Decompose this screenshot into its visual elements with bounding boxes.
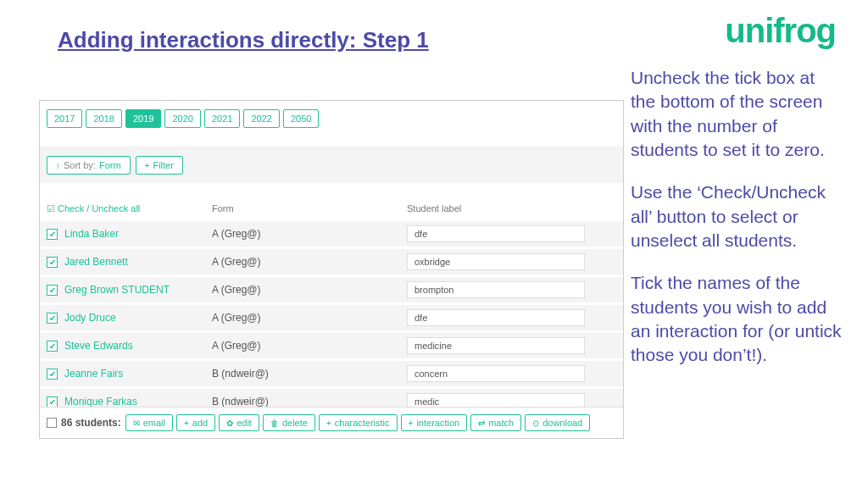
table-row: Jared Bennett A (Greg@) oxbridge xyxy=(40,249,623,274)
characteristic-label: characteristic xyxy=(335,418,390,428)
checkbox-icon[interactable] xyxy=(47,229,58,240)
year-tabs: 2017 2018 2019 2020 2021 2022 2050 xyxy=(40,101,623,147)
checkbox-icon[interactable] xyxy=(47,257,58,268)
toolbar: ↕ Sort by: Form + Filter xyxy=(40,147,623,183)
plus-icon: + xyxy=(145,161,150,170)
student-label-input[interactable]: concern xyxy=(407,365,585,382)
student-form: B (ndweir@) xyxy=(212,396,407,408)
gear-icon: ✿ xyxy=(226,419,233,428)
footer-bar: 86 students: ✉email +add ✿edit 🗑delete +… xyxy=(40,407,623,438)
table-header: Check / Uncheck all Form Student label xyxy=(40,183,623,221)
student-form: A (Greg@) xyxy=(212,228,407,240)
plus-icon: + xyxy=(409,419,414,428)
instruction-2: Use the ‘Check/Uncheck all’ button to se… xyxy=(631,180,843,252)
year-tab-2050[interactable]: 2050 xyxy=(283,109,319,128)
student-name[interactable]: Jeanne Fairs xyxy=(64,368,123,380)
trash-icon: 🗑 xyxy=(270,419,279,428)
add-label: add xyxy=(192,418,208,428)
student-form: A (Greg@) xyxy=(212,284,407,296)
checkbox-icon[interactable] xyxy=(47,313,58,324)
plus-icon: + xyxy=(184,419,189,428)
column-form: Form xyxy=(212,203,407,214)
year-tab-2022[interactable]: 2022 xyxy=(243,109,279,128)
match-label: match xyxy=(488,418,514,428)
email-label: email xyxy=(143,418,165,428)
column-student-label: Student label xyxy=(407,203,616,214)
year-tab-2021[interactable]: 2021 xyxy=(204,109,240,128)
filter-label: Filter xyxy=(153,160,173,170)
student-label-input[interactable]: brompton xyxy=(407,281,585,298)
plus-icon: + xyxy=(326,419,331,428)
count-checkbox[interactable] xyxy=(47,418,57,428)
delete-label: delete xyxy=(282,418,308,428)
sort-button[interactable]: ↕ Sort by: Form xyxy=(47,156,131,175)
year-tab-2020[interactable]: 2020 xyxy=(164,109,200,128)
student-form: B (ndweir@) xyxy=(212,368,407,380)
checkbox-icon[interactable] xyxy=(47,341,58,352)
student-label-input[interactable]: dfe xyxy=(407,225,585,242)
delete-button[interactable]: 🗑delete xyxy=(263,414,315,431)
email-button[interactable]: ✉email xyxy=(125,414,173,431)
download-label: download xyxy=(542,418,582,428)
shuffle-icon: ⇄ xyxy=(478,419,485,428)
sort-label: Sort by: xyxy=(64,160,96,170)
page-title: Adding interactions directly: Step 1 xyxy=(58,27,429,53)
app-screenshot: 2017 2018 2019 2020 2021 2022 2050 ↕ Sor… xyxy=(39,100,624,439)
student-name[interactable]: Linda Baker xyxy=(64,228,119,240)
count-text: 86 students: xyxy=(61,417,121,429)
student-name[interactable]: Steve Edwards xyxy=(64,340,133,352)
instruction-1: Uncheck the tick box at the bottom of th… xyxy=(631,66,843,162)
download-icon: ⊙ xyxy=(532,419,539,428)
table-row: Jeanne Fairs B (ndweir@) concern xyxy=(40,361,623,386)
student-form: A (Greg@) xyxy=(212,340,407,352)
checkbox-icon[interactable] xyxy=(47,369,58,380)
student-form: A (Greg@) xyxy=(212,256,407,268)
check-uncheck-all[interactable]: Check / Uncheck all xyxy=(47,203,140,214)
sort-icon: ↕ xyxy=(56,161,60,170)
email-icon: ✉ xyxy=(133,419,140,428)
year-tab-2018[interactable]: 2018 xyxy=(86,109,121,128)
student-label-input[interactable]: dfe xyxy=(407,309,585,326)
year-tab-2017[interactable]: 2017 xyxy=(47,109,82,128)
student-form: A (Greg@) xyxy=(212,312,407,324)
checkbox-icon[interactable] xyxy=(47,285,58,296)
filter-button[interactable]: + Filter xyxy=(136,156,183,175)
characteristic-button[interactable]: +characteristic xyxy=(319,414,398,431)
table-row: Steve Edwards A (Greg@) medicine xyxy=(40,333,623,358)
download-button[interactable]: ⊙download xyxy=(525,414,590,431)
student-name[interactable]: Jody Druce xyxy=(64,312,116,324)
student-name[interactable]: Monique Farkas xyxy=(64,396,137,408)
match-button[interactable]: ⇄match xyxy=(470,414,521,431)
student-count: 86 students: xyxy=(47,417,121,429)
unifrog-logo: unifrog xyxy=(725,12,836,50)
sort-value: Form xyxy=(99,160,121,170)
table-row: Jody Druce A (Greg@) dfe xyxy=(40,305,623,330)
edit-label: edit xyxy=(236,418,252,428)
table-row: Greg Brown STUDENT A (Greg@) brompton xyxy=(40,277,623,302)
student-label-input[interactable]: medicine xyxy=(407,337,585,354)
instructions-panel: Uncheck the tick box at the bottom of th… xyxy=(631,66,843,386)
instruction-3: Tick the names of the students you wish … xyxy=(631,271,843,367)
student-name[interactable]: Jared Bennett xyxy=(64,256,128,268)
footer-buttons: ✉email +add ✿edit 🗑delete +characteristi… xyxy=(125,414,591,431)
student-label-input[interactable]: oxbridge xyxy=(407,253,585,270)
table-row: Linda Baker A (Greg@) dfe xyxy=(40,221,623,247)
interaction-button[interactable]: +interaction xyxy=(401,414,468,431)
edit-button[interactable]: ✿edit xyxy=(219,414,259,431)
student-name[interactable]: Greg Brown STUDENT xyxy=(64,284,170,296)
year-tab-2019[interactable]: 2019 xyxy=(125,109,161,128)
add-button[interactable]: +add xyxy=(176,414,215,431)
interaction-label: interaction xyxy=(416,418,459,428)
